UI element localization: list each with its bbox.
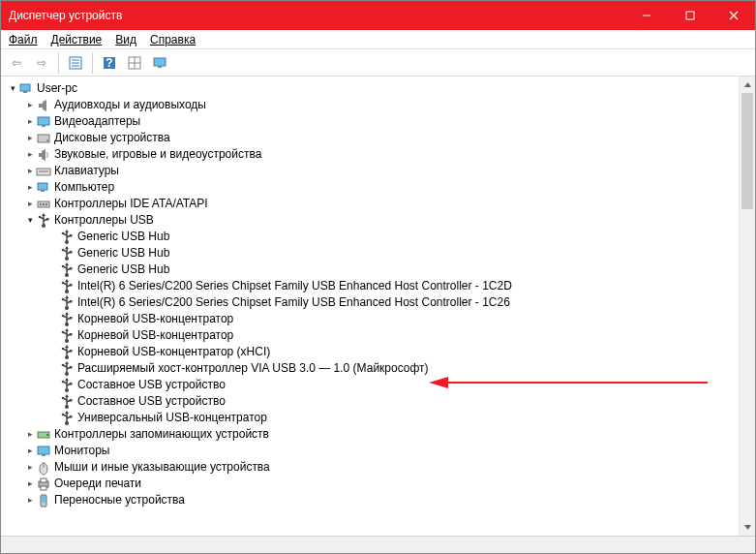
svg-point-79 <box>62 314 65 317</box>
device-tree-container: ▾ User-pc ▸Аудиовходы и аудиовыходы▸Виде… <box>1 77 755 536</box>
tree-device[interactable]: Составное USB устройство <box>3 377 755 393</box>
expand-icon[interactable]: ▾ <box>24 212 36 229</box>
tree-category[interactable]: ▸Мониторы <box>3 443 755 459</box>
tree-category[interactable]: ▸Контроллеры IDE ATA/ATAPI <box>3 196 755 212</box>
tree-device[interactable]: Generic USB Hub <box>3 245 755 262</box>
close-button[interactable] <box>711 1 755 30</box>
svg-rect-45 <box>70 234 73 237</box>
monitor-button[interactable] <box>148 51 171 75</box>
svg-rect-1 <box>686 12 694 19</box>
maximize-button[interactable] <box>668 1 711 30</box>
expand-icon[interactable]: ▸ <box>24 492 36 508</box>
svg-point-107 <box>62 380 65 383</box>
svg-marker-18 <box>43 100 46 111</box>
tree-device[interactable]: Intel(R) 6 Series/C200 Series Chipset Fa… <box>3 294 755 311</box>
titlebar: Диспетчер устройств <box>1 1 755 30</box>
device-label: Корневой USB-концентратор <box>77 327 233 344</box>
svg-rect-30 <box>40 203 42 205</box>
list-view-button[interactable] <box>64 51 87 75</box>
svg-rect-94 <box>70 350 73 353</box>
tree-device[interactable]: Корневой USB-концентратор <box>3 311 755 327</box>
tree-device[interactable]: Корневой USB-концентратор <box>3 327 755 344</box>
expand-icon[interactable]: ▸ <box>24 426 36 443</box>
forward-button[interactable]: ⇨ <box>30 51 53 75</box>
category-label: Компьютер <box>54 179 114 196</box>
show-hidden-button[interactable] <box>123 51 146 75</box>
svg-marker-53 <box>65 246 69 249</box>
back-button[interactable]: ⇦ <box>5 51 28 75</box>
tree-category[interactable]: ▸Дисковые устройства <box>3 130 755 146</box>
scroll-down-button[interactable] <box>740 519 755 536</box>
svg-rect-16 <box>23 91 27 93</box>
tree-category[interactable]: ▸Аудиовходы и аудиовыходы <box>3 97 755 113</box>
category-label: Контроллеры USB <box>54 212 154 229</box>
tree-device[interactable]: Generic USB Hub <box>3 229 755 245</box>
svg-marker-88 <box>65 328 69 331</box>
scroll-up-button[interactable] <box>740 77 755 93</box>
tree-device[interactable]: Составное USB устройство <box>3 393 755 410</box>
expand-icon[interactable]: ▸ <box>24 459 36 476</box>
device-label: Intel(R) 6 Series/C200 Series Chipset Fa… <box>77 278 512 294</box>
category-label: Клавиатуры <box>54 163 119 179</box>
tree-category[interactable]: ▸Очереди печати <box>3 476 755 492</box>
help-icon: ? <box>102 55 117 71</box>
print-icon <box>36 477 51 492</box>
tree-category[interactable]: ▸Мыши и иные указывающие устройства <box>3 459 755 476</box>
svg-rect-13 <box>154 58 166 66</box>
device-label: Расширяемый хост-контроллер VIA USB 3.0 … <box>77 360 429 377</box>
expand-icon[interactable]: ▸ <box>24 146 36 163</box>
category-label: Очереди печати <box>54 476 141 492</box>
svg-point-37 <box>39 215 42 218</box>
svg-rect-59 <box>70 267 73 270</box>
toolbar: ⇦ ⇨ ? <box>1 49 755 77</box>
menu-file[interactable]: Файл <box>9 33 38 46</box>
expand-icon[interactable]: ▸ <box>24 443 36 459</box>
menu-help[interactable]: Справка <box>150 33 196 46</box>
svg-rect-132 <box>41 486 46 490</box>
expand-icon[interactable]: ▸ <box>24 476 36 492</box>
menu-action[interactable]: Действие <box>51 33 103 46</box>
expand-icon[interactable]: ▸ <box>24 130 36 146</box>
list-icon <box>68 55 83 71</box>
menu-view[interactable]: Вид <box>115 33 136 46</box>
scroll-thumb[interactable] <box>741 93 753 209</box>
category-label: Мониторы <box>54 443 109 459</box>
svg-marker-39 <box>42 213 45 216</box>
window-title: Диспетчер устройств <box>9 9 122 22</box>
tree-device[interactable]: Универсальный USB-концентратор <box>3 410 755 426</box>
device-tree[interactable]: ▾ User-pc ▸Аудиовходы и аудиовыходы▸Виде… <box>1 77 755 512</box>
tree-category[interactable]: ▸Переносные устройства <box>3 492 755 508</box>
svg-rect-19 <box>38 117 49 125</box>
svg-rect-122 <box>70 416 73 418</box>
tree-device[interactable]: Корневой USB-концентратор (xHCI) <box>3 344 755 360</box>
svg-point-86 <box>62 330 65 333</box>
expand-icon[interactable]: ▸ <box>24 196 36 212</box>
expand-icon[interactable]: ▸ <box>24 97 36 113</box>
vertical-scrollbar[interactable] <box>739 77 755 536</box>
tree-device[interactable]: Generic USB Hub <box>3 262 755 278</box>
expand-icon[interactable]: ▸ <box>24 179 36 196</box>
tree-category[interactable]: ▸Клавиатуры <box>3 163 755 179</box>
tree-root[interactable]: ▾ User-pc <box>3 80 755 97</box>
device-label: Составное USB устройство <box>77 377 226 393</box>
tree-category[interactable]: ▸Видеоадаптеры <box>3 113 755 130</box>
forward-icon: ⇨ <box>37 56 46 70</box>
svg-marker-109 <box>65 378 69 381</box>
category-label: Видеоадаптеры <box>54 113 140 130</box>
tree-category[interactable]: ▸Компьютер <box>3 179 755 196</box>
expand-icon[interactable]: ▸ <box>24 113 36 130</box>
help-button[interactable]: ? <box>98 51 121 75</box>
expand-icon[interactable]: ▾ <box>7 80 18 97</box>
tree-category[interactable]: ▸Звуковые, игровые и видеоустройства <box>3 146 755 163</box>
expand-icon[interactable]: ▸ <box>24 163 36 179</box>
monitor-icon <box>36 444 51 459</box>
svg-rect-87 <box>70 333 73 336</box>
tree-category[interactable]: ▾Контроллеры USB <box>3 212 755 229</box>
audio-icon <box>36 98 51 113</box>
minimize-button[interactable] <box>624 1 668 30</box>
tree-device[interactable]: Intel(R) 6 Series/C200 Series Chipset Fa… <box>3 278 755 294</box>
svg-marker-24 <box>42 149 45 161</box>
tree-device[interactable]: Расширяемый хост-контроллер VIA USB 3.0 … <box>3 360 755 377</box>
category-label: Мыши и иные указывающие устройства <box>54 459 270 476</box>
tree-category[interactable]: ▸Контроллеры запоминающих устройств <box>3 426 755 443</box>
